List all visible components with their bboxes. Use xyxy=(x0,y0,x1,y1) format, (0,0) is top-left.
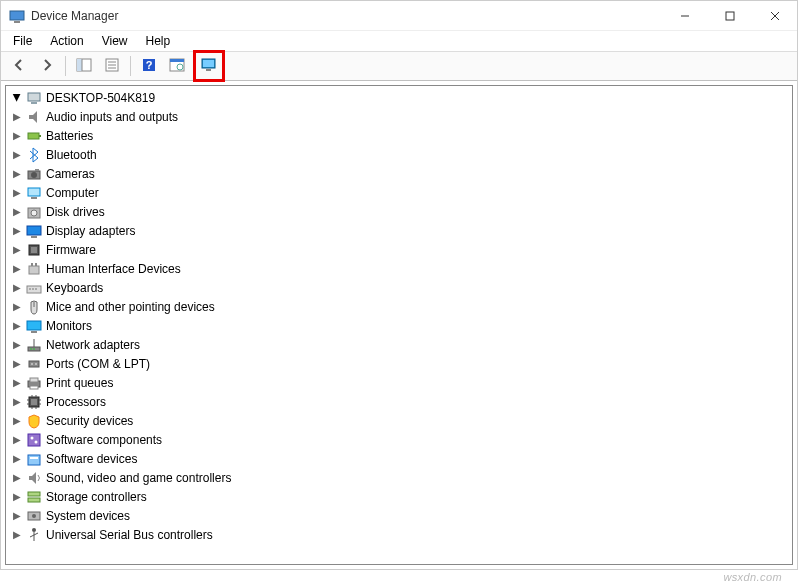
chevron-icon: ▶ xyxy=(10,434,24,445)
svg-point-47 xyxy=(33,348,35,350)
tree-node[interactable]: ▶System devices xyxy=(6,506,792,525)
svg-point-49 xyxy=(31,363,33,365)
monitor-add-icon xyxy=(201,57,217,76)
scan-hardware-button[interactable] xyxy=(165,54,189,78)
svg-point-31 xyxy=(31,210,37,216)
svg-rect-52 xyxy=(30,378,38,382)
tree-node[interactable]: ▶Print queues xyxy=(6,373,792,392)
tree-node[interactable]: ▶Disk drives xyxy=(6,202,792,221)
tree-node[interactable]: ▶Software components xyxy=(6,430,792,449)
svg-rect-33 xyxy=(31,236,37,238)
monitor-icon xyxy=(26,318,42,334)
tree-root-label: DESKTOP-504K819 xyxy=(46,91,155,105)
svg-rect-7 xyxy=(77,59,82,71)
tree-node-label: Processors xyxy=(46,395,106,409)
chevron-icon: ▶ xyxy=(10,244,24,255)
bluetooth-icon xyxy=(26,147,42,163)
back-button[interactable] xyxy=(7,54,31,78)
chevron-icon: ▶ xyxy=(10,472,24,483)
svg-rect-59 xyxy=(28,455,40,465)
svg-rect-38 xyxy=(35,263,37,266)
network-icon xyxy=(26,337,42,353)
chevron-icon: ▶ xyxy=(10,339,24,350)
menu-help[interactable]: Help xyxy=(138,32,179,50)
chevron-icon: ▶ xyxy=(10,225,24,236)
battery-icon xyxy=(26,128,42,144)
computer-node-icon xyxy=(26,185,42,201)
tree-node[interactable]: ▶Computer xyxy=(6,183,792,202)
storage-icon xyxy=(26,489,42,505)
highlighted-toolbar-item xyxy=(193,50,225,82)
tree-root-node[interactable]: ▶DESKTOP-504K819 xyxy=(6,88,792,107)
tree-node[interactable]: ▶Monitors xyxy=(6,316,792,335)
swcomp-icon xyxy=(26,432,42,448)
chevron-icon: ▶ xyxy=(10,453,24,464)
titlebar: Device Manager xyxy=(1,1,797,31)
tree-node[interactable]: ▶Keyboards xyxy=(6,278,792,297)
add-legacy-hardware-button[interactable] xyxy=(197,54,221,78)
tree-node[interactable]: ▶Human Interface Devices xyxy=(6,259,792,278)
svg-rect-56 xyxy=(28,434,40,446)
tree-node[interactable]: ▶Security devices xyxy=(6,411,792,430)
tree-node[interactable]: ▶Cameras xyxy=(6,164,792,183)
arrow-right-icon xyxy=(39,57,55,76)
properties-button[interactable] xyxy=(100,54,124,78)
maximize-button[interactable] xyxy=(707,1,752,30)
svg-rect-60 xyxy=(30,457,38,459)
tree-node[interactable]: ▶Sound, video and game controllers xyxy=(6,468,792,487)
svg-point-58 xyxy=(35,440,38,443)
svg-rect-0 xyxy=(10,11,24,20)
device-tree-panel[interactable]: ▶DESKTOP-504K819▶Audio inputs and output… xyxy=(5,85,793,565)
svg-rect-55 xyxy=(31,399,37,405)
firmware-icon xyxy=(26,242,42,258)
minimize-button[interactable] xyxy=(662,1,707,30)
tree-node-label: Software components xyxy=(46,433,162,447)
printer-icon xyxy=(26,375,42,391)
svg-rect-1 xyxy=(14,21,20,23)
show-hide-tree-button[interactable] xyxy=(72,54,96,78)
tree-node[interactable]: ▶Audio inputs and outputs xyxy=(6,107,792,126)
forward-button[interactable] xyxy=(35,54,59,78)
svg-rect-29 xyxy=(31,197,37,199)
tree-node-label: Monitors xyxy=(46,319,92,333)
help-button[interactable]: ? xyxy=(137,54,161,78)
window-buttons xyxy=(662,1,797,30)
tree-node[interactable]: ▶Software devices xyxy=(6,449,792,468)
menu-file[interactable]: File xyxy=(5,32,40,50)
tree-node[interactable]: ▶Bluetooth xyxy=(6,145,792,164)
device-manager-window: Device Manager File Action View Help ? ▶… xyxy=(0,0,798,570)
chevron-icon: ▶ xyxy=(10,491,24,502)
tree-node[interactable]: ▶Universal Serial Bus controllers xyxy=(6,525,792,544)
tree-node[interactable]: ▶Processors xyxy=(6,392,792,411)
tree-node[interactable]: ▶Storage controllers xyxy=(6,487,792,506)
menu-action[interactable]: Action xyxy=(42,32,91,50)
mouse-icon xyxy=(26,299,42,315)
system-icon xyxy=(26,508,42,524)
tree-node[interactable]: ▶Ports (COM & LPT) xyxy=(6,354,792,373)
tree-node[interactable]: ▶Batteries xyxy=(6,126,792,145)
tree-node-label: Batteries xyxy=(46,129,93,143)
tree-node[interactable]: ▶Display adapters xyxy=(6,221,792,240)
help-icon: ? xyxy=(141,57,157,76)
chevron-icon: ▶ xyxy=(10,529,24,540)
svg-point-46 xyxy=(30,348,32,350)
svg-rect-43 xyxy=(27,321,41,330)
svg-rect-53 xyxy=(30,386,38,389)
tree-node[interactable]: ▶Mice and other pointing devices xyxy=(6,297,792,316)
tree-node[interactable]: ▶Firmware xyxy=(6,240,792,259)
svg-text:?: ? xyxy=(146,59,153,71)
usb-icon xyxy=(26,527,42,543)
svg-rect-36 xyxy=(29,266,39,274)
svg-point-65 xyxy=(32,528,36,532)
camera-icon xyxy=(26,166,42,182)
tree-node[interactable]: ▶Network adapters xyxy=(6,335,792,354)
close-button[interactable] xyxy=(752,1,797,30)
display-icon xyxy=(26,223,42,239)
device-tree: ▶DESKTOP-504K819▶Audio inputs and output… xyxy=(6,88,792,544)
tree-node-label: Human Interface Devices xyxy=(46,262,181,276)
svg-point-64 xyxy=(32,514,36,518)
arrow-left-icon xyxy=(11,57,27,76)
tree-node-label: System devices xyxy=(46,509,130,523)
menu-view[interactable]: View xyxy=(94,32,136,50)
chevron-icon: ▶ xyxy=(10,168,24,179)
